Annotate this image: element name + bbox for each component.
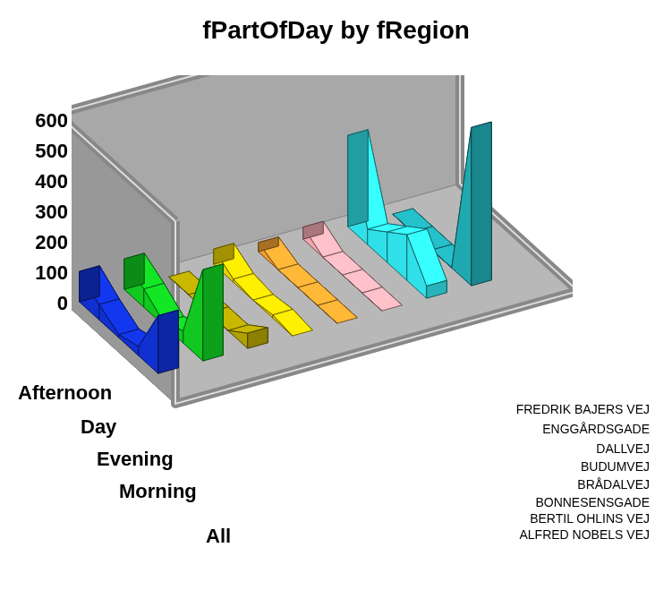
y-tick-200: 200 (9, 233, 68, 252)
y-tick-500: 500 (9, 141, 68, 161)
y-tick-0: 0 (9, 294, 68, 313)
svg-marker-95 (124, 253, 145, 289)
chart-title: fPartOfDay by fRegion (9, 16, 663, 45)
chart-3d-svg (72, 75, 573, 568)
svg-marker-109 (80, 266, 100, 302)
y-tick-100: 100 (9, 263, 68, 283)
svg-marker-94 (203, 264, 224, 361)
svg-marker-15 (472, 122, 492, 286)
y-tick-400: 400 (9, 172, 68, 192)
chart-area: 600 500 400 300 200 100 0 Afternoon Day … (9, 48, 653, 586)
region-dallvej: DALLVEJ (596, 441, 650, 456)
region-bradal: BRÅDALVEJ (577, 477, 650, 492)
region-budum: BUDUMVEJ (581, 459, 650, 474)
svg-marker-29 (348, 130, 369, 227)
svg-marker-108 (158, 310, 179, 373)
y-tick-600: 600 (9, 111, 68, 131)
y-tick-300: 300 (9, 202, 68, 222)
